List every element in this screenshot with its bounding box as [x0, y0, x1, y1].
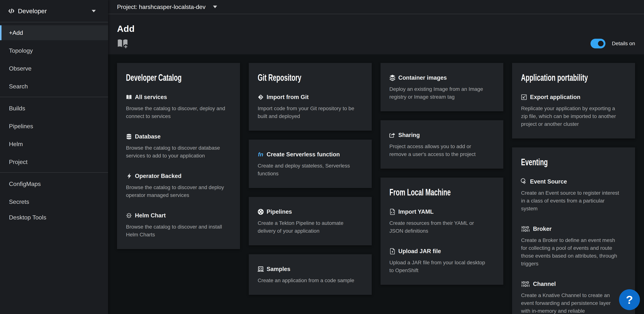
svg-text:HELM: HELM [128, 215, 130, 217]
